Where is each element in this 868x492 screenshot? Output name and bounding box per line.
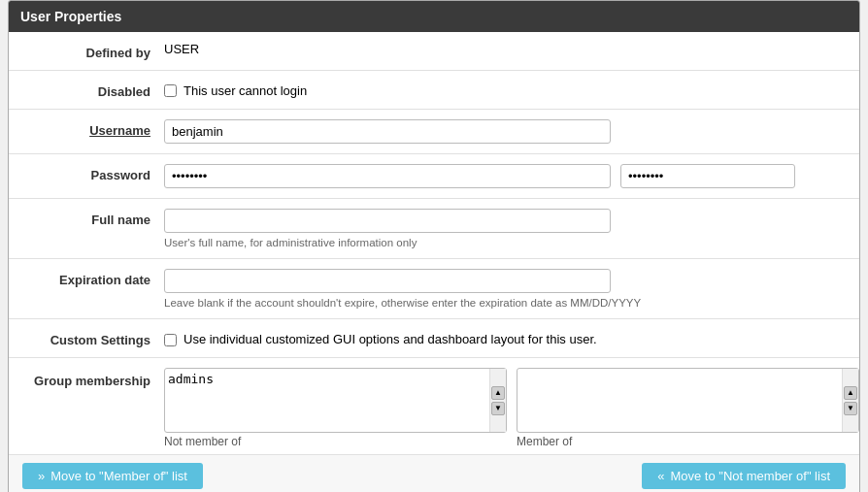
member-scrollbar[interactable]: ▲ ▼ [842,369,858,432]
password-content [164,164,859,188]
fullname-content: User's full name, for administrative inf… [164,209,859,248]
defined-by-value: USER [164,42,859,56]
fullname-hint: User's full name, for administrative inf… [164,237,859,248]
expiration-input[interactable] [164,269,611,293]
password-confirm-input[interactable] [620,164,795,188]
group-membership-label: Group membership [9,368,164,388]
footer-row: » Move to "Member of" list « Move to "No… [9,454,859,492]
disabled-checkbox-label: This user cannot login [184,83,307,98]
not-member-label: Not member of [164,435,507,448]
move-to-member-icon: » [38,469,45,483]
scroll-down-btn[interactable]: ▼ [491,402,505,415]
expiration-content: Leave blank if the account shouldn't exp… [164,269,859,309]
disabled-checkbox[interactable] [164,84,177,97]
expiration-label: Expiration date [9,269,164,287]
password-label: Password [9,164,164,182]
username-row: Username [9,110,859,154]
member-box: ▲ ▼ Member of [517,368,859,448]
member-listbox-wrapper: ▲ ▼ [517,368,859,433]
group-membership-content: admins ▲ ▼ Not member of [164,368,859,448]
password-inputs-row [164,164,859,188]
not-member-box: admins ▲ ▼ Not member of [164,368,507,448]
custom-settings-checkbox-label: Use individual customized GUI options an… [184,332,597,346]
defined-by-row: Defined by USER [9,32,859,71]
disabled-row: Disabled This user cannot login [9,71,859,110]
member-scroll-down-btn[interactable]: ▼ [844,402,857,415]
username-input[interactable] [164,119,611,144]
disabled-content: This user cannot login [164,81,859,98]
expiration-row: Expiration date Leave blank if the accou… [9,259,859,319]
move-to-not-member-button[interactable]: « Move to "Not member of" list [642,463,846,489]
user-properties-dialog: User Properties Defined by USER Disabled… [8,0,860,492]
dialog-title: User Properties [9,1,859,32]
fullname-label: Full name [9,209,164,227]
expiration-hint: Leave blank if the account shouldn't exp… [164,297,859,309]
custom-settings-checkbox[interactable] [164,334,177,346]
defined-by-content: USER [164,42,859,56]
not-member-listbox-wrapper: admins ▲ ▼ [164,368,507,433]
scroll-up-btn[interactable]: ▲ [491,386,505,400]
defined-by-label: Defined by [9,42,164,60]
disabled-label: Disabled [9,81,164,99]
group-section: admins ▲ ▼ Not member of [164,368,859,448]
custom-settings-content: Use individual customized GUI options an… [164,329,859,346]
custom-settings-row: Custom Settings Use individual customize… [9,319,859,358]
username-content [164,119,859,144]
custom-settings-checkbox-row: Use individual customized GUI options an… [164,329,859,346]
move-to-not-member-icon: « [657,469,664,483]
move-to-member-button[interactable]: » Move to "Member of" list [22,463,203,489]
member-label: Member of [517,435,859,448]
group-membership-row: Group membership admins ▲ ▼ Not member o… [9,358,859,454]
disabled-checkbox-row: This user cannot login [164,81,859,98]
fullname-input[interactable] [164,209,611,233]
not-member-scrollbar[interactable]: ▲ ▼ [489,369,506,432]
not-member-listbox[interactable]: admins [165,369,489,432]
password-row: Password [9,154,859,199]
custom-settings-label: Custom Settings [9,329,164,347]
username-label: Username [9,119,164,138]
form-body: Defined by USER Disabled This user canno… [9,32,859,454]
fullname-row: Full name User's full name, for administ… [9,199,859,259]
move-to-not-member-label: Move to "Not member of" list [670,469,830,483]
move-to-member-label: Move to "Member of" list [50,469,187,483]
password-input[interactable] [164,164,611,188]
member-listbox[interactable] [517,369,842,432]
member-scroll-up-btn[interactable]: ▲ [844,386,857,400]
